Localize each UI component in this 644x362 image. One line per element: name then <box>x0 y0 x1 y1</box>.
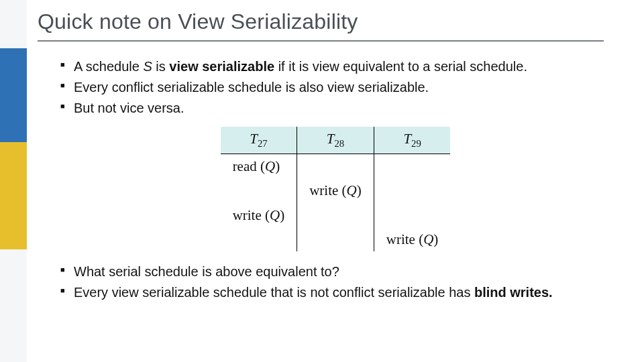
schedule-table: T27 T28 T29 read (Q) write (Q) write (Q) <box>221 127 451 251</box>
schedule-header-t27: T27 <box>221 127 297 154</box>
schedule-header-t29: T29 <box>374 127 450 154</box>
cell-empty-3c <box>374 203 450 227</box>
schedule-header-t29-t: T <box>403 131 411 147</box>
op-arg-4: Q <box>423 231 433 247</box>
cell-empty-4a <box>221 227 297 251</box>
content-bottom: What serial schedule is above equivalent… <box>60 263 610 304</box>
schedule-figure: T27 T28 T29 read (Q) write (Q) write (Q) <box>60 127 610 251</box>
content-top: A schedule S is view serializable if it … <box>60 58 610 263</box>
schedule-header-t27-sub: 27 <box>258 138 268 149</box>
schedule-header-t29-sub: 29 <box>411 138 421 149</box>
bullet-list-top: A schedule S is view serializable if it … <box>60 58 610 117</box>
slide-title: Quick note on View Serializability <box>38 9 358 34</box>
schedule-header-t28: T28 <box>297 127 374 154</box>
cell-empty-2c <box>374 178 450 202</box>
left-strip-blue <box>0 48 27 142</box>
op-arg-2: Q <box>347 182 357 198</box>
schedule-row-3: write (Q) <box>221 203 451 227</box>
schedule-header-t28-t: T <box>327 131 335 147</box>
cell-empty-2a <box>221 178 297 202</box>
schedule-row-2: write (Q) <box>221 178 451 202</box>
title-underline <box>38 40 604 42</box>
cell-t27-read: read (Q) <box>221 154 297 179</box>
cell-empty-1c <box>374 154 450 179</box>
bullet-1: A schedule S is view serializable if it … <box>60 58 610 76</box>
bullet-2: Every conflict serializable schedule is … <box>60 78 610 97</box>
schedule-row-4: write (Q) <box>221 227 451 251</box>
schedule-row-1: read (Q) <box>221 154 451 179</box>
cell-empty-1b <box>297 154 374 179</box>
op-write-3: write <box>233 207 262 223</box>
schedule-header-t27-t: T <box>250 131 258 147</box>
cell-empty-4b <box>297 227 374 251</box>
bullet-1-text-b: is <box>152 59 170 74</box>
op-write-2: write <box>309 182 338 198</box>
schedule-header-row: T27 T28 T29 <box>221 127 451 154</box>
cell-empty-3b <box>297 203 374 227</box>
op-read-1: read <box>233 158 257 174</box>
op-write-4: write <box>386 231 415 247</box>
cell-t27-write: write (Q) <box>221 203 297 227</box>
bullet-list-bottom: What serial schedule is above equivalent… <box>60 263 610 302</box>
bullet-1-text-a: A schedule <box>74 59 143 74</box>
op-arg-3: Q <box>270 207 280 223</box>
left-strip-yellow <box>0 142 27 249</box>
schedule-header-t28-sub: 28 <box>334 138 344 149</box>
cell-t28-write: write (Q) <box>297 178 374 202</box>
left-strip-top <box>0 0 27 48</box>
left-strip-bottom <box>0 249 27 362</box>
bullet-1-text-c: if it is view equivalent to a serial sch… <box>274 59 527 74</box>
bullet-5: Every view serializable schedule that is… <box>60 284 610 302</box>
bullet-5-text-a: Every view serializable schedule that is… <box>74 285 474 300</box>
bullet-5-bold: blind writes. <box>474 285 553 300</box>
bullet-4: What serial schedule is above equivalent… <box>60 263 610 281</box>
op-arg-1: Q <box>265 158 275 174</box>
bullet-3: But not vice versa. <box>60 99 610 117</box>
bullet-1-bold: view serializable <box>169 59 274 74</box>
cell-t29-write: write (Q) <box>374 227 450 251</box>
bullet-1-var-s: S <box>143 59 152 74</box>
